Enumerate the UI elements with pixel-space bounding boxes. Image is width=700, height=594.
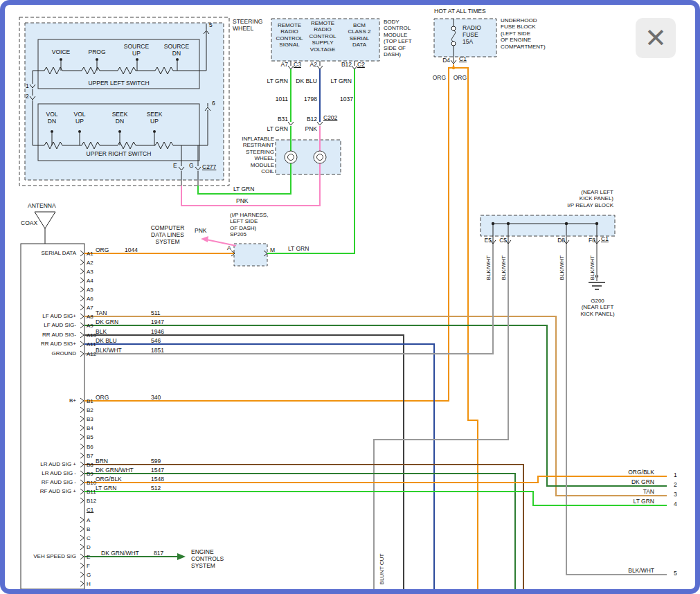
radio-pin: C [87, 535, 91, 541]
wire-a12-blkwht [84, 244, 493, 354]
exit-wire-label: BLK/WHT [607, 567, 654, 574]
radio-pin: B3 [87, 416, 93, 422]
exit-wire-number: 5 [674, 570, 677, 577]
wire-color-label: ORG [449, 74, 467, 81]
wire-color-label: BLK/WHT [559, 255, 565, 280]
switch-label-source-up: SOURCE UP [119, 43, 154, 57]
relay-pin-f8: F8 [579, 237, 595, 244]
wire-color-label: DK BLU [96, 337, 117, 344]
c202-pin-b31: B31 [270, 116, 288, 123]
close-icon: ✕ [645, 25, 667, 51]
switch-label-seek-dn: SEEK DN [107, 111, 133, 125]
relay-block-label: (NEAR LEFT KICK PANEL) I/P RELAY BLOCK [547, 189, 613, 208]
wire-number-label: 340 [151, 394, 161, 401]
wire-number-label: 546 [151, 337, 161, 344]
exit-wire-label: LT GRN [607, 498, 654, 505]
exit-wire-label: ORG/BLK [607, 469, 654, 476]
pin-6: 6 [212, 100, 215, 107]
bcm-pin-a2: A2 [299, 61, 317, 68]
radio-pin: A3 [87, 269, 93, 275]
splice-sp205-label: (I/P HARNESS, LEFT SIDE OF DASH) SP205 [230, 212, 268, 238]
switch-label-voice: VOICE [46, 48, 76, 55]
radio-pin: A7 [87, 305, 93, 311]
bcm-pin-b12: B12 [334, 61, 352, 68]
wire-number-label: 817 [154, 550, 163, 557]
signal-label-rf-aud-minus: RF AUD SIG - [21, 479, 76, 485]
wire-b10-orgblk [84, 476, 667, 483]
radio-pin: E [87, 554, 90, 560]
bcm-col-supply: REMOTE RADIO CONTROL SUPPLY VOLTAGE [305, 20, 341, 53]
upper-right-switch-title: UPPER RIGHT SWITCH [38, 150, 199, 157]
coil-module-label: INFLATABLE RESTRAINT STEERING WHEEL MODU… [231, 136, 274, 175]
splice-pin-a: A [227, 244, 231, 251]
wire-number-label: 511 [151, 309, 161, 316]
connector-c1-relay: C1 [601, 235, 609, 242]
wire-color-label: TAN [96, 309, 107, 316]
steering-wheel-label: STEERING WHEEL [233, 18, 262, 32]
wire-color-label: DK GRN [96, 318, 118, 325]
close-button[interactable]: ✕ [636, 18, 676, 58]
bcm-col-serial: BCM CLASS 2 SERIAL DATA [342, 22, 377, 48]
signal-label-lf-aud-minus: LF AUD SIG- [21, 322, 76, 328]
radio-pin: D [87, 544, 91, 550]
radio-pin: B9 [87, 471, 93, 477]
wire-color-label: BLK/WHT [485, 255, 492, 280]
signal-label-lr-aud-plus: LR AUD SIG + [21, 461, 76, 467]
wire-color-label: LT GRN [233, 186, 254, 192]
radio-pin: A4 [87, 278, 93, 284]
radio-pin: B11 [87, 489, 96, 495]
wire-color-label: LT GRN [96, 485, 116, 492]
radio-pin: A6 [87, 296, 93, 302]
radio-pin: A2 [87, 260, 93, 266]
wire-color-label: ORG/BLK [96, 476, 122, 483]
pin-2: 2 [26, 93, 29, 100]
fuse-block-side-label: UNDERHOOD FUSE BLOCK (LEFT SIDE OF ENGIN… [501, 17, 546, 50]
radio-pin: H [87, 581, 91, 587]
wire-color-label: BLK/WHT [501, 255, 507, 280]
radio-pin: A1 [87, 251, 93, 257]
switch-label-source-dn: SOURCE DN [159, 43, 194, 57]
ground-g200-label: G200 (NEAR LEFT KICK PANEL) [566, 298, 629, 317]
radio-fuse-label: RADIO FUSE 15A [463, 24, 481, 45]
connector-c1-fuse: C1 [459, 55, 467, 62]
wire-number-label: 1037 [332, 96, 353, 102]
splice-sp205 [231, 244, 267, 266]
radio-pin: B6 [87, 444, 93, 450]
radio-pin: B [87, 526, 90, 532]
wire-color-label: DK GRN/WHT [101, 550, 139, 557]
relay-pin-c5: C5 [490, 237, 507, 244]
wire-b11-ltgrn [84, 492, 667, 505]
c202-pin-b12: B12 [299, 116, 317, 123]
radio-pin: B12 [87, 498, 96, 504]
wire-color-label: LT GRN [263, 78, 288, 84]
wire-color-label: ORG [428, 74, 446, 81]
wire-number-label: 1798 [296, 96, 317, 102]
blunt-cut-label: BLUNT CUT [379, 554, 385, 585]
radio-pin: A9 [87, 323, 93, 329]
wire-color-label: PNK [299, 125, 317, 132]
wire-number-label: 1548 [151, 476, 164, 483]
engine-arrowhead [177, 553, 186, 560]
signal-label-lf-aud-plus: LF AUD SIG+ [21, 313, 76, 319]
radio-pin: A5 [87, 287, 93, 293]
connector-c2: C2 [357, 61, 365, 68]
ground-symbol [589, 282, 605, 289]
pin-1: 1 [26, 82, 29, 89]
bcm-pin-a7: A7 [270, 61, 288, 68]
radio-connector [21, 244, 84, 589]
wire-a8-tan [84, 316, 667, 496]
relay-pin-e5: E5 [475, 237, 492, 244]
signal-label-lr-aud-minus: LR AUD SIG - [21, 470, 76, 476]
signal-label-ground: GROUND [21, 350, 76, 357]
signal-label-rr-aud-plus: RR AUD SIG+ [21, 341, 76, 347]
switch-label-seek-up: SEEK UP [141, 111, 168, 125]
radio-pin: A [87, 517, 90, 523]
radio-pin: B1 [87, 398, 93, 404]
radio-pin: B5 [87, 434, 93, 440]
switch-label-vol-up: VOL UP [68, 111, 91, 125]
engine-controls-label: ENGINE CONTROLS SYSTEM [191, 548, 224, 569]
org-junction-dot [452, 66, 455, 69]
signal-label-rr-aud-minus: RR AUD SIG- [21, 332, 76, 338]
wire-number-label: 1946 [151, 328, 164, 335]
antenna-symbol [35, 212, 55, 244]
